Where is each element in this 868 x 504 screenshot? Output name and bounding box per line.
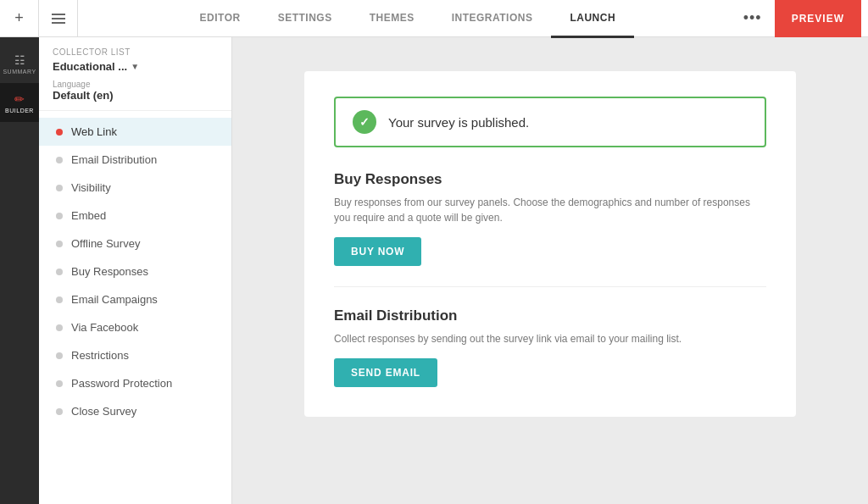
builder-label: BUILDER [5, 108, 34, 114]
nav-item-email-campaigns[interactable]: Email Campaigns [39, 285, 231, 313]
nav-item-email-distribution[interactable]: Email Distribution [39, 146, 231, 174]
nav-item-embed[interactable]: Embed [39, 202, 231, 230]
icon-sidebar: ☷ SUMMARY ✏ BUILDER [0, 37, 39, 504]
nav-panel-header: Collector List Educational ... ▼ Languag… [39, 37, 231, 111]
nav-label-offline-survey: Offline Survey [71, 237, 140, 250]
content-card: Your survey is published. Buy Responses … [304, 71, 796, 417]
nav-label-close-survey: Close Survey [71, 405, 136, 418]
nav-label-restrictions: Restrictions [71, 349, 129, 362]
main-layout: ☷ SUMMARY ✏ BUILDER Collector List Educa… [0, 37, 868, 504]
nav-label-embed: Embed [71, 209, 106, 222]
nav-label-email-campaigns: Email Campaigns [71, 293, 158, 306]
nav-dot-close-survey [56, 408, 63, 415]
add-button[interactable]: + [0, 0, 39, 37]
collector-list-label: Collector List [53, 47, 218, 57]
email-distribution-section: Email Distribution Collect responses by … [334, 307, 766, 387]
nav-panel-items: Web Link Email Distribution Visibility E… [39, 111, 231, 504]
nav-item-close-survey[interactable]: Close Survey [39, 397, 231, 425]
language-label: Language [53, 80, 218, 89]
published-message: Your survey is published. [388, 115, 529, 130]
preview-button[interactable]: PREVIEW [775, 0, 861, 37]
svg-rect-1 [52, 18, 65, 19]
sidebar-btn-summary[interactable]: ☷ SUMMARY [0, 44, 39, 83]
nav-label-email-distribution: Email Distribution [71, 153, 157, 166]
check-circle-icon [353, 110, 376, 134]
nav-dot-via-facebook [56, 324, 63, 331]
send-email-button[interactable]: SEND EMAIL [334, 358, 437, 387]
nav-dot-web-link [56, 129, 63, 136]
tab-settings[interactable]: SETTINGS [259, 1, 351, 38]
content-area: Your survey is published. Buy Responses … [232, 37, 868, 504]
sidebar-btn-builder[interactable]: ✏ BUILDER [0, 83, 39, 122]
nav-dot-email-distribution [56, 157, 63, 163]
top-bar: + EDITOR SETTINGS THEMES INTEGRATIONS LA… [0, 0, 868, 37]
nav-dot-email-campaigns [56, 296, 63, 303]
nav-item-password-protection[interactable]: Password Protection [39, 369, 231, 397]
hamburger-icon [52, 14, 65, 24]
nav-label-password-protection: Password Protection [71, 377, 172, 390]
buy-responses-desc: Buy responses from our survey panels. Ch… [334, 195, 766, 225]
nav-label-visibility: Visibility [71, 181, 111, 194]
nav-dot-embed [56, 213, 63, 219]
tab-integrations[interactable]: INTEGRATIONS [433, 1, 552, 38]
collector-name: Educational ... [53, 60, 127, 73]
buy-now-button[interactable]: BUY NOW [334, 237, 421, 266]
nav-item-restrictions[interactable]: Restrictions [39, 341, 231, 369]
section-divider [334, 286, 766, 287]
summary-icon: ☷ [14, 53, 25, 67]
svg-rect-2 [52, 22, 65, 24]
svg-rect-0 [52, 14, 65, 15]
nav-label-web-link: Web Link [71, 125, 117, 138]
nav-item-offline-survey[interactable]: Offline Survey [39, 230, 231, 258]
collector-row[interactable]: Educational ... ▼ [53, 60, 218, 73]
nav-item-web-link[interactable]: Web Link [39, 118, 231, 146]
buy-responses-title: Buy Responses [334, 171, 766, 188]
language-value: Default (en) [53, 89, 218, 102]
tab-themes[interactable]: THEMES [351, 1, 433, 38]
summary-label: SUMMARY [3, 69, 36, 75]
nav-dot-buy-responses [56, 269, 63, 275]
nav-dot-visibility [56, 185, 63, 191]
nav-label-via-facebook: Via Facebook [71, 321, 138, 334]
nav-panel: Collector List Educational ... ▼ Languag… [39, 37, 232, 504]
nav-dot-password-protection [56, 380, 63, 387]
chevron-down-icon: ▼ [131, 62, 139, 71]
more-options-button[interactable]: ••• [737, 5, 768, 32]
main-nav: EDITOR SETTINGS THEMES INTEGRATIONS LAUN… [78, 0, 737, 37]
builder-icon: ✏ [14, 92, 25, 106]
nav-dot-offline-survey [56, 241, 63, 247]
nav-label-buy-responses: Buy Responses [71, 265, 148, 278]
nav-dot-restrictions [56, 352, 63, 359]
tab-launch[interactable]: LAUNCH [551, 1, 634, 38]
nav-item-visibility[interactable]: Visibility [39, 174, 231, 202]
hamburger-button[interactable] [39, 0, 78, 37]
top-bar-actions: ••• PREVIEW [737, 0, 868, 37]
buy-responses-section: Buy Responses Buy responses from our sur… [334, 171, 766, 266]
nav-item-buy-responses[interactable]: Buy Responses [39, 258, 231, 285]
tab-editor[interactable]: EDITOR [181, 1, 259, 38]
plus-icon: + [14, 9, 24, 27]
email-distribution-title: Email Distribution [334, 307, 766, 324]
email-distribution-desc: Collect responses by sending out the sur… [334, 331, 766, 346]
nav-item-via-facebook[interactable]: Via Facebook [39, 313, 231, 341]
published-banner: Your survey is published. [334, 97, 766, 147]
